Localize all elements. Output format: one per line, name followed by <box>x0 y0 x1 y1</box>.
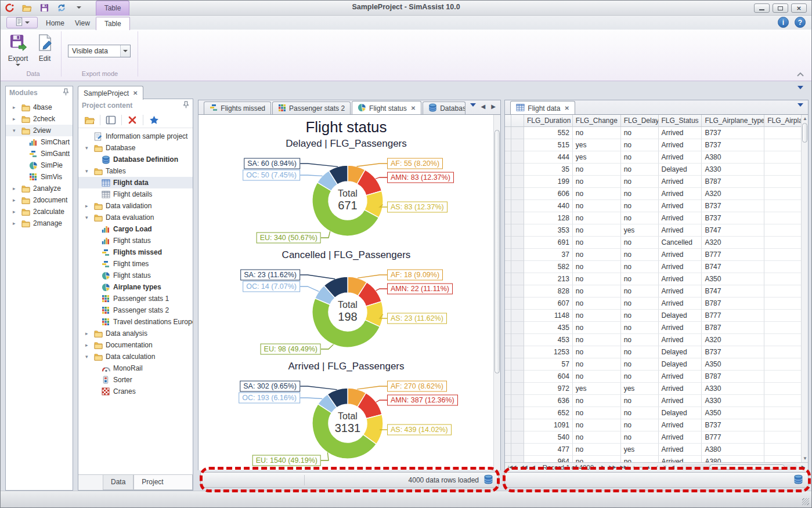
info-icon[interactable]: i <box>778 17 789 28</box>
close-icon[interactable]: ✕ <box>564 105 569 111</box>
combo-dropdown-icon[interactable] <box>120 45 130 57</box>
table-row[interactable]: 435nonoArrivedB787 <box>505 322 801 334</box>
edit-button[interactable]: Edit <box>32 32 57 70</box>
project-item-tables[interactable]: ▾Tables <box>78 165 193 177</box>
ribbon-collapse-icon[interactable] <box>796 70 804 78</box>
expander-expanded-icon[interactable]: ▾ <box>85 215 91 220</box>
application-menu-button[interactable] <box>6 17 38 28</box>
project-item-passenger-stats-1[interactable]: Passenger stats 1 <box>78 293 193 304</box>
table-horizontal-scrollbar[interactable] <box>681 464 797 470</box>
project-item-data-analysis[interactable]: ▸Data analysis <box>78 328 193 339</box>
module-item-2analyze[interactable]: ▸2analyze <box>6 183 73 194</box>
project-item-database[interactable]: ▾Database <box>78 142 193 154</box>
table-row[interactable]: 691nonoCancelledA320 <box>505 237 801 249</box>
table-row[interactable]: 1148nonoDelayedB777 <box>505 310 801 322</box>
table-row[interactable]: 515yesnoArrivedB737 <box>505 139 801 151</box>
table-row[interactable]: 828nonoArrivedB747 <box>505 285 801 297</box>
module-item-simpie[interactable]: SimPie <box>6 159 73 171</box>
module-item-2document[interactable]: ▸2document <box>6 194 73 206</box>
table-row[interactable]: 128nonoArrivedB737 <box>505 212 801 224</box>
nav-last-button[interactable]: ▶▶| <box>620 465 629 470</box>
view-tab-passenger-stats-2[interactable]: Passenger stats 2 <box>272 101 351 115</box>
tab-table[interactable]: Table <box>96 17 130 30</box>
table-row[interactable]: 552nonoArrivedB737 <box>505 127 801 139</box>
nav-next-button[interactable]: ▶ <box>601 465 605 470</box>
expander-collapsed-icon[interactable]: ▸ <box>13 209 18 215</box>
nav-prev-button[interactable]: ◀ <box>532 465 535 470</box>
table-row[interactable]: 199nonoArrivedB787 <box>505 176 801 188</box>
favorite-icon[interactable] <box>147 115 160 125</box>
table-row[interactable]: 477noyesArrivedA380 <box>505 444 801 456</box>
scroll-down-icon[interactable]: ▼ <box>802 456 809 461</box>
open-folder-icon[interactable] <box>83 116 96 124</box>
table-row[interactable]: 1253nonoDelayedB737 <box>505 346 801 358</box>
expander-expanded-icon[interactable]: ▾ <box>13 128 18 133</box>
table-row[interactable]: 440nonoArrivedB737 <box>505 200 801 212</box>
expander-collapsed-icon[interactable]: ▸ <box>13 116 18 122</box>
table-row[interactable]: 606nonoArrivedA320 <box>505 188 801 200</box>
nav-first-button[interactable]: |◀◀ <box>508 465 516 470</box>
project-item-flight-status[interactable]: Flight status <box>78 270 193 281</box>
project-item-cargo-load[interactable]: Cargo Load <box>78 223 193 235</box>
pin-icon[interactable] <box>63 88 69 97</box>
project-item-flight-status[interactable]: Flight status <box>78 235 193 246</box>
column-header-flg_delay[interactable]: FLG_Delay <box>621 115 659 127</box>
table-row[interactable]: 964nonoArrivedA380 <box>505 456 801 462</box>
table-row[interactable]: 604nonoArrivedB787 <box>505 371 801 383</box>
table-row[interactable]: 453nonoArrivedA320 <box>505 334 801 346</box>
nav-endedit-button[interactable]: ✓ <box>655 465 659 470</box>
project-item-cranes[interactable]: Cranes <box>78 386 193 397</box>
close-icon[interactable]: ✕ <box>133 90 138 96</box>
expander-collapsed-icon[interactable]: ▸ <box>13 220 18 226</box>
project-item-travel-destinations-europe[interactable]: Travel destinations Europe <box>78 316 193 328</box>
view-tab-flight-status[interactable]: Flight status✕ <box>352 101 421 115</box>
project-item-flight-times[interactable]: Flight times <box>78 258 193 270</box>
table-row[interactable]: 972yesyesArrivedA330 <box>505 383 801 395</box>
project-item-database-definition[interactable]: Database Definition <box>78 154 193 165</box>
expander-collapsed-icon[interactable]: ▸ <box>13 104 18 110</box>
view-tab-flights-missed[interactable]: Flights missed <box>204 101 271 115</box>
column-header-flg_change[interactable]: FLG_Change <box>573 115 621 127</box>
scrollbar-thumb[interactable] <box>802 123 807 143</box>
table-row[interactable]: 1091nonoArrivedB737 <box>505 419 801 431</box>
table-row[interactable]: 652nonoDelayedA350 <box>505 407 801 419</box>
frame-icon[interactable] <box>104 115 117 125</box>
hscroll-right-icon[interactable]: ▶ <box>802 465 805 470</box>
nav-prev-page-button[interactable]: ◀◀ <box>520 465 527 470</box>
dock-tab-project-content[interactable]: Project content <box>133 475 193 490</box>
dock-tab-data[interactable]: Data <box>103 475 133 490</box>
view-tab-database[interactable]: Database <box>423 101 465 115</box>
module-item-simvis[interactable]: SimVis <box>6 171 73 183</box>
maximize-button[interactable] <box>773 3 788 13</box>
chart-vertical-scrollbar[interactable] <box>493 115 500 470</box>
expander-collapsed-icon[interactable]: ▸ <box>85 203 91 209</box>
expander-collapsed-icon[interactable]: ▸ <box>85 342 91 348</box>
table-row[interactable]: 35nonoDelayedA330 <box>505 164 801 176</box>
help-icon[interactable]: ? <box>795 17 806 28</box>
column-header-flg_airplane_type[interactable]: FLG_Airplane_type <box>702 115 764 127</box>
module-item-2manage[interactable]: ▸2manage <box>6 217 73 229</box>
project-item-flight-data[interactable]: Flight data <box>78 177 193 188</box>
column-header-flg_duration[interactable]: FLG_Duration <box>524 115 573 127</box>
expander-collapsed-icon[interactable]: ▸ <box>13 186 18 191</box>
table-row[interactable]: 353noyesArrivedB747 <box>505 224 801 237</box>
nav-append-button[interactable]: + <box>633 465 636 470</box>
expander-expanded-icon[interactable]: ▾ <box>85 168 91 174</box>
project-item-airplane-types[interactable]: Airplane types <box>78 281 193 293</box>
tab-flight-data[interactable]: Flight data ✕ <box>510 101 575 115</box>
center-tabbar-dropdown-icon[interactable] <box>470 103 476 107</box>
close-button[interactable]: ✕ <box>791 3 807 13</box>
nav-next-page-button[interactable]: ▶▶ <box>609 465 616 470</box>
module-item-2check[interactable]: ▸2check <box>6 113 73 125</box>
table-tabbar-dropdown-icon[interactable] <box>797 103 803 107</box>
close-icon[interactable]: ✕ <box>411 105 416 111</box>
table-row[interactable]: 37nonoArrivedB777 <box>505 249 801 261</box>
delete-icon[interactable] <box>126 115 139 125</box>
module-item-2calculate[interactable]: ▸2calculate <box>6 206 73 217</box>
scroll-up-icon[interactable]: ▲ <box>802 116 809 121</box>
module-item-simgantt[interactable]: SimGantt <box>6 148 73 159</box>
table-vertical-scrollbar[interactable]: ▲ ▼ <box>801 115 808 462</box>
export-button[interactable]: Export <box>5 32 31 70</box>
resize-grip[interactable] <box>802 498 809 505</box>
tab-view[interactable]: View <box>67 17 98 30</box>
